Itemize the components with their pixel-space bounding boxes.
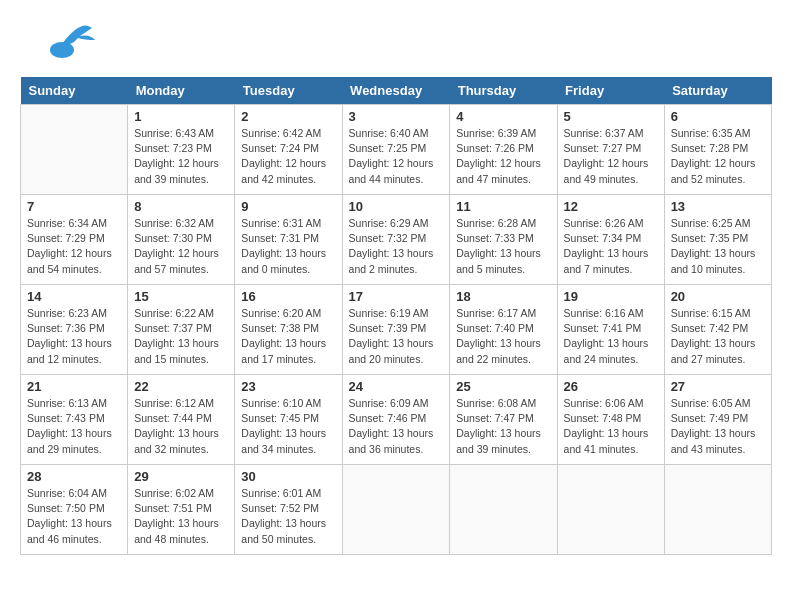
calendar-cell: 8Sunrise: 6:32 AMSunset: 7:30 PMDaylight…	[128, 195, 235, 285]
calendar-cell: 17Sunrise: 6:19 AMSunset: 7:39 PMDayligh…	[342, 285, 450, 375]
calendar-header-friday: Friday	[557, 77, 664, 105]
day-info: Sunrise: 6:15 AMSunset: 7:42 PMDaylight:…	[671, 306, 765, 367]
day-number: 1	[134, 109, 228, 124]
day-number: 20	[671, 289, 765, 304]
day-number: 10	[349, 199, 444, 214]
day-number: 29	[134, 469, 228, 484]
day-info: Sunrise: 6:13 AMSunset: 7:43 PMDaylight:…	[27, 396, 121, 457]
calendar-header-thursday: Thursday	[450, 77, 557, 105]
calendar-cell: 20Sunrise: 6:15 AMSunset: 7:42 PMDayligh…	[664, 285, 771, 375]
day-number: 24	[349, 379, 444, 394]
day-info: Sunrise: 6:22 AMSunset: 7:37 PMDaylight:…	[134, 306, 228, 367]
day-info: Sunrise: 6:08 AMSunset: 7:47 PMDaylight:…	[456, 396, 550, 457]
day-info: Sunrise: 6:01 AMSunset: 7:52 PMDaylight:…	[241, 486, 335, 547]
calendar-cell: 1Sunrise: 6:43 AMSunset: 7:23 PMDaylight…	[128, 105, 235, 195]
day-info: Sunrise: 6:02 AMSunset: 7:51 PMDaylight:…	[134, 486, 228, 547]
calendar-cell: 22Sunrise: 6:12 AMSunset: 7:44 PMDayligh…	[128, 375, 235, 465]
calendar-cell	[450, 465, 557, 555]
calendar-cell: 19Sunrise: 6:16 AMSunset: 7:41 PMDayligh…	[557, 285, 664, 375]
day-number: 18	[456, 289, 550, 304]
page-header	[20, 20, 772, 69]
day-info: Sunrise: 6:37 AMSunset: 7:27 PMDaylight:…	[564, 126, 658, 187]
calendar-cell: 12Sunrise: 6:26 AMSunset: 7:34 PMDayligh…	[557, 195, 664, 285]
day-info: Sunrise: 6:23 AMSunset: 7:36 PMDaylight:…	[27, 306, 121, 367]
day-info: Sunrise: 6:29 AMSunset: 7:32 PMDaylight:…	[349, 216, 444, 277]
calendar-header-row: SundayMondayTuesdayWednesdayThursdayFrid…	[21, 77, 772, 105]
day-info: Sunrise: 6:26 AMSunset: 7:34 PMDaylight:…	[564, 216, 658, 277]
calendar-cell	[342, 465, 450, 555]
day-info: Sunrise: 6:25 AMSunset: 7:35 PMDaylight:…	[671, 216, 765, 277]
day-info: Sunrise: 6:31 AMSunset: 7:31 PMDaylight:…	[241, 216, 335, 277]
day-number: 19	[564, 289, 658, 304]
day-number: 16	[241, 289, 335, 304]
day-number: 14	[27, 289, 121, 304]
calendar-cell: 2Sunrise: 6:42 AMSunset: 7:24 PMDaylight…	[235, 105, 342, 195]
calendar-cell: 16Sunrise: 6:20 AMSunset: 7:38 PMDayligh…	[235, 285, 342, 375]
day-number: 22	[134, 379, 228, 394]
day-number: 5	[564, 109, 658, 124]
day-info: Sunrise: 6:32 AMSunset: 7:30 PMDaylight:…	[134, 216, 228, 277]
day-info: Sunrise: 6:42 AMSunset: 7:24 PMDaylight:…	[241, 126, 335, 187]
calendar-cell: 10Sunrise: 6:29 AMSunset: 7:32 PMDayligh…	[342, 195, 450, 285]
day-number: 23	[241, 379, 335, 394]
calendar-header-wednesday: Wednesday	[342, 77, 450, 105]
day-info: Sunrise: 6:20 AMSunset: 7:38 PMDaylight:…	[241, 306, 335, 367]
calendar-cell: 4Sunrise: 6:39 AMSunset: 7:26 PMDaylight…	[450, 105, 557, 195]
day-info: Sunrise: 6:17 AMSunset: 7:40 PMDaylight:…	[456, 306, 550, 367]
calendar-week-row: 7Sunrise: 6:34 AMSunset: 7:29 PMDaylight…	[21, 195, 772, 285]
day-info: Sunrise: 6:09 AMSunset: 7:46 PMDaylight:…	[349, 396, 444, 457]
calendar-week-row: 1Sunrise: 6:43 AMSunset: 7:23 PMDaylight…	[21, 105, 772, 195]
calendar-cell: 24Sunrise: 6:09 AMSunset: 7:46 PMDayligh…	[342, 375, 450, 465]
day-info: Sunrise: 6:34 AMSunset: 7:29 PMDaylight:…	[27, 216, 121, 277]
day-number: 17	[349, 289, 444, 304]
day-number: 30	[241, 469, 335, 484]
day-info: Sunrise: 6:04 AMSunset: 7:50 PMDaylight:…	[27, 486, 121, 547]
calendar-cell: 3Sunrise: 6:40 AMSunset: 7:25 PMDaylight…	[342, 105, 450, 195]
day-info: Sunrise: 6:35 AMSunset: 7:28 PMDaylight:…	[671, 126, 765, 187]
calendar-header-sunday: Sunday	[21, 77, 128, 105]
calendar-cell: 9Sunrise: 6:31 AMSunset: 7:31 PMDaylight…	[235, 195, 342, 285]
calendar-week-row: 21Sunrise: 6:13 AMSunset: 7:43 PMDayligh…	[21, 375, 772, 465]
day-number: 9	[241, 199, 335, 214]
calendar-week-row: 28Sunrise: 6:04 AMSunset: 7:50 PMDayligh…	[21, 465, 772, 555]
calendar-cell	[557, 465, 664, 555]
day-number: 12	[564, 199, 658, 214]
calendar-cell: 14Sunrise: 6:23 AMSunset: 7:36 PMDayligh…	[21, 285, 128, 375]
day-info: Sunrise: 6:43 AMSunset: 7:23 PMDaylight:…	[134, 126, 228, 187]
calendar-cell: 30Sunrise: 6:01 AMSunset: 7:52 PMDayligh…	[235, 465, 342, 555]
day-number: 28	[27, 469, 121, 484]
day-number: 7	[27, 199, 121, 214]
calendar-cell: 27Sunrise: 6:05 AMSunset: 7:49 PMDayligh…	[664, 375, 771, 465]
calendar-header-saturday: Saturday	[664, 77, 771, 105]
calendar-week-row: 14Sunrise: 6:23 AMSunset: 7:36 PMDayligh…	[21, 285, 772, 375]
day-number: 21	[27, 379, 121, 394]
calendar-cell: 29Sunrise: 6:02 AMSunset: 7:51 PMDayligh…	[128, 465, 235, 555]
day-number: 4	[456, 109, 550, 124]
calendar-cell: 26Sunrise: 6:06 AMSunset: 7:48 PMDayligh…	[557, 375, 664, 465]
calendar-cell: 25Sunrise: 6:08 AMSunset: 7:47 PMDayligh…	[450, 375, 557, 465]
day-number: 8	[134, 199, 228, 214]
day-info: Sunrise: 6:05 AMSunset: 7:49 PMDaylight:…	[671, 396, 765, 457]
day-info: Sunrise: 6:16 AMSunset: 7:41 PMDaylight:…	[564, 306, 658, 367]
calendar-header-monday: Monday	[128, 77, 235, 105]
day-info: Sunrise: 6:40 AMSunset: 7:25 PMDaylight:…	[349, 126, 444, 187]
day-number: 15	[134, 289, 228, 304]
day-info: Sunrise: 6:39 AMSunset: 7:26 PMDaylight:…	[456, 126, 550, 187]
day-number: 3	[349, 109, 444, 124]
calendar-cell: 11Sunrise: 6:28 AMSunset: 7:33 PMDayligh…	[450, 195, 557, 285]
calendar-table: SundayMondayTuesdayWednesdayThursdayFrid…	[20, 77, 772, 555]
day-info: Sunrise: 6:10 AMSunset: 7:45 PMDaylight:…	[241, 396, 335, 457]
calendar-cell: 7Sunrise: 6:34 AMSunset: 7:29 PMDaylight…	[21, 195, 128, 285]
calendar-cell: 21Sunrise: 6:13 AMSunset: 7:43 PMDayligh…	[21, 375, 128, 465]
calendar-cell: 15Sunrise: 6:22 AMSunset: 7:37 PMDayligh…	[128, 285, 235, 375]
calendar-cell	[664, 465, 771, 555]
svg-point-0	[50, 42, 74, 58]
calendar-cell	[21, 105, 128, 195]
day-number: 26	[564, 379, 658, 394]
day-number: 13	[671, 199, 765, 214]
day-number: 11	[456, 199, 550, 214]
calendar-header-tuesday: Tuesday	[235, 77, 342, 105]
day-number: 2	[241, 109, 335, 124]
calendar-cell: 18Sunrise: 6:17 AMSunset: 7:40 PMDayligh…	[450, 285, 557, 375]
logo	[20, 20, 100, 69]
